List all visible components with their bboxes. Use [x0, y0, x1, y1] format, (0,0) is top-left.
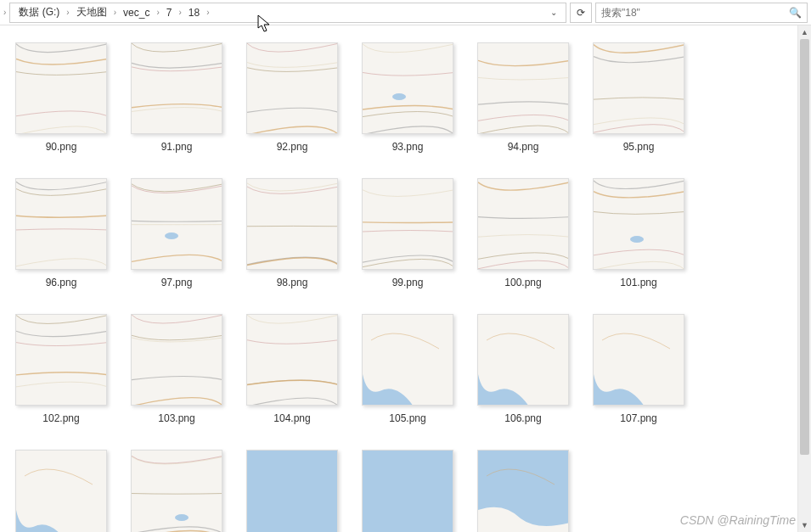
scrollbar[interactable]: ▲ ▼: [797, 25, 811, 532]
refresh-icon: ⟳: [577, 7, 585, 19]
file-item[interactable]: 95.png: [593, 42, 684, 153]
file-thumbnail: [477, 314, 569, 406]
file-thumbnail: [15, 314, 107, 406]
scroll-down-button[interactable]: ▼: [798, 518, 811, 532]
search-box[interactable]: 🔍: [595, 3, 808, 23]
file-thumbnail: [131, 42, 222, 134]
file-item[interactable]: 100.png: [477, 178, 569, 288]
svg-point-1: [165, 232, 178, 239]
file-item[interactable]: 99.png: [362, 178, 453, 288]
breadcrumb-item[interactable]: 18: [185, 5, 203, 20]
search-icon[interactable]: 🔍: [789, 7, 802, 19]
file-item[interactable]: 102.png: [15, 314, 107, 424]
svg-point-7: [175, 514, 189, 521]
file-name-label: 94.png: [508, 141, 539, 153]
file-item[interactable]: 96.png: [15, 178, 107, 288]
file-thumbnail: [246, 42, 338, 134]
chevron-right-icon: ›: [114, 8, 116, 17]
file-name-label: 90.png: [46, 141, 77, 153]
breadcrumb: 数据 (G:)›天地图›vec_c›7›18›: [15, 3, 209, 21]
file-name-label: 103.png: [158, 412, 194, 424]
file-name-label: 105.png: [389, 412, 425, 424]
breadcrumb-item[interactable]: 7: [163, 5, 176, 20]
file-name-label: 107.png: [620, 412, 656, 424]
file-name-label: 104.png: [273, 412, 310, 424]
file-name-label: 100.png: [504, 277, 541, 288]
file-thumbnail: [477, 42, 569, 134]
file-thumbnail: [246, 450, 338, 532]
file-thumbnail: [131, 314, 222, 406]
chevron-down-icon[interactable]: ⌄: [547, 8, 560, 17]
file-item[interactable]: 93.png: [362, 42, 453, 153]
file-thumbnail: [131, 450, 222, 532]
file-thumbnail: [15, 450, 107, 532]
chevron-right-icon: ›: [206, 8, 209, 17]
refresh-button[interactable]: ⟳: [570, 3, 592, 23]
chevron-right-icon: ›: [178, 8, 181, 17]
file-item[interactable]: 105.png: [362, 314, 453, 424]
file-name-label: 92.png: [277, 141, 308, 153]
scroll-thumb[interactable]: [800, 39, 809, 455]
breadcrumb-ellipsis: ›: [3, 8, 6, 17]
file-grid: 90.png91.png92.png93.png94.png95.png96.p…: [0, 25, 797, 532]
file-item[interactable]: 98.png: [246, 178, 338, 288]
file-item[interactable]: [477, 450, 569, 532]
file-item[interactable]: [362, 450, 453, 532]
file-thumbnail: [593, 178, 684, 270]
svg-point-2: [630, 236, 644, 243]
file-item[interactable]: 103.png: [131, 314, 222, 424]
file-name-label: 102.png: [42, 412, 79, 424]
file-thumbnail: [477, 450, 569, 532]
file-name-label: 99.png: [392, 277, 424, 288]
file-thumbnail: [246, 178, 338, 270]
file-item[interactable]: 110.png: [246, 450, 338, 532]
file-thumbnail: [362, 178, 453, 270]
file-item[interactable]: 92.png: [246, 42, 338, 153]
chevron-right-icon: ›: [66, 8, 69, 17]
file-item[interactable]: 91.png: [131, 42, 222, 153]
file-name-label: 101.png: [620, 277, 656, 288]
file-name-label: 98.png: [277, 277, 308, 288]
file-thumbnail: [593, 42, 684, 134]
file-item[interactable]: 108.png: [15, 450, 107, 532]
file-item[interactable]: 97.png: [131, 178, 222, 288]
breadcrumb-item[interactable]: vec_c: [120, 5, 153, 20]
file-name-label: 96.png: [46, 277, 77, 288]
file-thumbnail: [246, 314, 338, 406]
svg-point-0: [392, 93, 406, 100]
file-name-label: 91.png: [161, 141, 193, 153]
file-item[interactable]: 109.png: [131, 450, 222, 532]
file-item[interactable]: 104.png: [246, 314, 338, 424]
scroll-up-button[interactable]: ▲: [798, 25, 811, 39]
file-item[interactable]: 94.png: [477, 42, 569, 153]
toolbar: › 数据 (G:)›天地图›vec_c›7›18› ⌄ ⟳ 🔍: [0, 0, 811, 25]
chevron-right-icon: ›: [156, 8, 159, 17]
file-name-label: 106.png: [504, 412, 541, 424]
file-thumbnail: [15, 178, 107, 270]
file-item[interactable]: 90.png: [15, 42, 107, 153]
file-thumbnail: [362, 42, 453, 134]
file-thumbnail: [15, 42, 107, 134]
file-item[interactable]: 107.png: [593, 314, 684, 424]
file-item[interactable]: 106.png: [477, 314, 569, 424]
breadcrumb-item[interactable]: 数据 (G:): [15, 3, 63, 21]
search-input[interactable]: [601, 7, 789, 19]
file-thumbnail: [477, 178, 569, 270]
breadcrumb-item[interactable]: 天地图: [73, 3, 110, 21]
file-name-label: 95.png: [623, 141, 655, 153]
file-name-label: 97.png: [161, 277, 193, 288]
address-bar[interactable]: 数据 (G:)›天地图›vec_c›7›18› ⌄: [9, 3, 566, 23]
file-name-label: 93.png: [392, 141, 424, 153]
file-item[interactable]: 101.png: [593, 178, 684, 288]
file-thumbnail: [131, 178, 222, 270]
file-thumbnail: [362, 314, 453, 406]
file-thumbnail: [593, 314, 684, 406]
file-thumbnail: [362, 450, 453, 532]
